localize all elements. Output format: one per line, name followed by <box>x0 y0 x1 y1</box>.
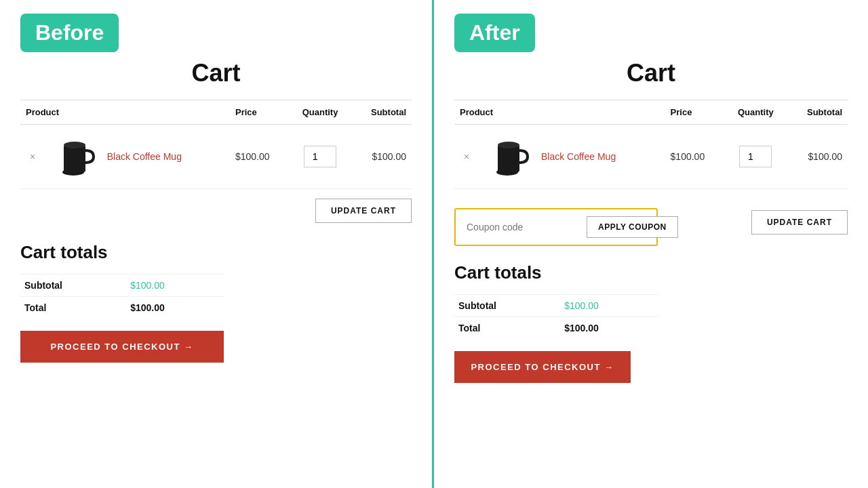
after-price-cell: $100.00 <box>665 125 725 189</box>
subtotal-value: $100.00 <box>126 274 224 297</box>
after-update-cart-button[interactable]: UPDATE CART <box>751 210 848 235</box>
before-col-price: Price <box>230 100 290 125</box>
after-col-quantity: Quantity <box>725 100 787 125</box>
after-cart-title: Cart <box>454 59 848 87</box>
after-product-link[interactable]: Black Coffee Mug <box>541 151 616 162</box>
after-quantity-cell <box>725 125 787 189</box>
quantity-cell <box>290 125 351 189</box>
subtotal-cell: $100.00 <box>351 125 412 189</box>
after-col-price: Price <box>665 100 725 125</box>
subtotal-row: Subtotal $100.00 <box>20 274 224 297</box>
coupon-update-row: APPLY COUPON UPDATE CART <box>454 199 848 246</box>
before-cart-title: Cart <box>20 59 412 87</box>
after-col-product: Product <box>454 100 665 125</box>
after-subtotal-row: Subtotal $100.00 <box>454 295 658 317</box>
product-cell: Black Coffee Mug <box>487 125 665 189</box>
after-total-row: Total $100.00 <box>454 317 658 340</box>
after-totals-table: Subtotal $100.00 Total $100.00 <box>454 294 658 339</box>
product-link[interactable]: Black Coffee Mug <box>107 151 182 162</box>
before-update-cart-button[interactable]: UPDATE CART <box>315 199 412 223</box>
after-subtotal-cell: $100.00 <box>787 125 848 189</box>
after-subtotal-value: $100.00 <box>560 295 658 317</box>
total-label: Total <box>20 297 126 319</box>
svg-rect-1 <box>64 145 85 172</box>
before-col-subtotal: Subtotal <box>351 100 412 125</box>
total-value: $100.00 <box>126 297 224 319</box>
subtotal-label: Subtotal <box>20 274 126 297</box>
remove-cell: × <box>454 125 487 189</box>
table-row: × Black Coffee Mug $100.00 <box>20 125 412 189</box>
svg-point-5 <box>498 142 519 148</box>
coupon-input[interactable] <box>465 219 587 235</box>
before-badge: Before <box>20 14 119 52</box>
before-cart-totals-title: Cart totals <box>20 242 412 263</box>
after-cart-totals: Cart totals Subtotal $100.00 Total $100.… <box>454 262 848 383</box>
price-cell: $100.00 <box>230 125 290 189</box>
before-cart-totals: Cart totals Subtotal $100.00 Total $100.… <box>20 242 412 363</box>
after-cart-totals-title: Cart totals <box>454 262 848 283</box>
remove-cell: × <box>20 125 53 189</box>
after-badge: After <box>454 14 535 52</box>
after-total-label: Total <box>454 317 560 340</box>
after-col-subtotal: Subtotal <box>787 100 848 125</box>
before-col-product: Product <box>20 100 230 125</box>
apply-coupon-button[interactable]: APPLY COUPON <box>587 216 678 238</box>
table-row: × Black Coffee Mug $100.00 <box>454 125 848 189</box>
before-panel: Before Cart Product Price Quantity Subto… <box>0 0 434 488</box>
svg-rect-4 <box>498 145 519 172</box>
before-totals-table: Subtotal $100.00 Total $100.00 <box>20 274 224 319</box>
after-subtotal-label: Subtotal <box>454 295 560 317</box>
before-col-quantity: Quantity <box>290 100 351 125</box>
after-product-image <box>492 133 533 180</box>
after-checkout-button[interactable]: PROCEED TO CHECKOUT → <box>454 351 631 383</box>
coupon-section: APPLY COUPON <box>454 208 658 246</box>
after-panel: After Cart Product Price Quantity Subtot… <box>434 0 868 488</box>
before-cart-table: Product Price Quantity Subtotal × <box>20 100 412 189</box>
after-total-value: $100.00 <box>560 317 658 340</box>
total-row: Total $100.00 <box>20 297 224 319</box>
svg-point-2 <box>64 142 85 148</box>
product-image <box>58 133 99 180</box>
before-checkout-button[interactable]: PROCEED TO CHECKOUT → <box>20 331 224 363</box>
quantity-input[interactable] <box>304 146 336 167</box>
product-cell: Black Coffee Mug <box>53 125 230 189</box>
remove-item-button[interactable]: × <box>26 150 39 163</box>
after-cart-table: Product Price Quantity Subtotal × <box>454 100 848 189</box>
after-quantity-input[interactable] <box>739 146 772 167</box>
after-remove-item-button[interactable]: × <box>460 150 473 163</box>
